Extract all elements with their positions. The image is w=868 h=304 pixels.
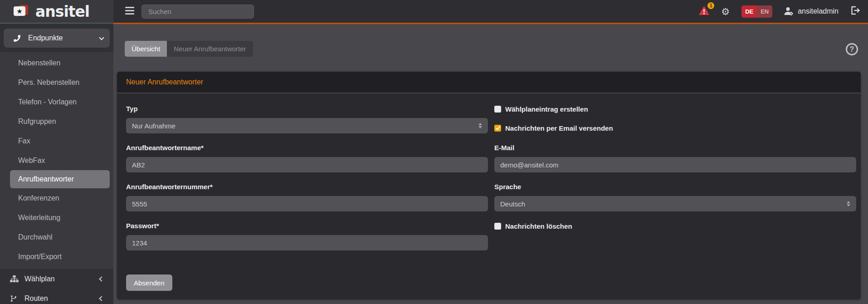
passwort-label: Passwort* [126, 221, 488, 230]
phone-icon [14, 35, 22, 42]
logout-icon [850, 6, 860, 15]
main-content: Übersicht Neuer Anrufbeantworter ? Neuer… [113, 24, 868, 304]
sidebar-item-fax[interactable]: Fax [0, 131, 113, 151]
logo-star-bubble: ★ [14, 6, 25, 16]
tab-bar: Übersicht Neuer Anrufbeantworter [125, 41, 253, 57]
sprache-label: Sprache [494, 182, 856, 191]
alert-count-badge: 1 [707, 2, 714, 9]
alerts-button[interactable]: 1 [699, 6, 709, 17]
form-panel: Neuer Anrufbeantworter Typ Nur Aufnahme … [117, 72, 861, 299]
sidebar-item-endpunkte[interactable]: Endpunkte [4, 29, 110, 48]
lang-de-button[interactable]: DE [741, 5, 757, 18]
sidebar-item-import-export[interactable]: Import/Export [0, 247, 113, 266]
form-left-column: Typ Nur Aufnahme Anrufbeantwortername* A… [126, 104, 488, 291]
tab-uebersicht[interactable]: Übersicht [125, 41, 167, 57]
sidebar-item-wahlplan[interactable]: Wählplan [4, 269, 110, 289]
email-versenden-label: Nachrichten per Email versenden [505, 124, 613, 132]
name-label: Anrufbeantwortername* [126, 143, 488, 152]
sprache-select-value: Deutsch [500, 200, 525, 208]
orange-accent-line [113, 23, 868, 24]
help-icon[interactable]: ? [846, 43, 858, 55]
chevron-left-icon [99, 276, 104, 281]
select-arrows-icon [478, 123, 482, 128]
nummer-label: Anrufbeantworternummer* [126, 182, 488, 191]
wahlplaneintrag-label: Wählplaneintrag erstellen [505, 105, 588, 113]
sitemap-icon [10, 275, 20, 282]
email-label: E-Mail [494, 143, 856, 152]
sidebar-item-konferenzen[interactable]: Konferenzen [0, 188, 113, 208]
form-body: Typ Nur Aufnahme Anrufbeantwortername* A… [117, 93, 861, 291]
panel-header: Neuer Anrufbeantworter [117, 72, 861, 93]
user-menu[interactable]: ansiteladmin [784, 7, 839, 16]
brand-name: ansitel [35, 3, 89, 20]
sidebar-nav: Endpunkte Nebenstellen Pers. Nebenstelle… [0, 23, 113, 304]
typ-select-value: Nur Aufnahme [132, 122, 176, 130]
chevron-left-icon [99, 296, 104, 301]
menu-toggle-icon[interactable] [125, 7, 135, 16]
sidebar-item-pers-nebenstellen[interactable]: Pers. Nebenstellen [0, 73, 113, 92]
sidebar-item-routen[interactable]: Routen [4, 289, 110, 304]
chevron-down-icon [99, 35, 104, 40]
logout-button[interactable] [850, 6, 860, 17]
branch-icon [10, 295, 20, 302]
panel-title: Neuer Anrufbeantworter [126, 78, 203, 86]
sidebar-item-label: Routen [24, 294, 100, 303]
absenden-button[interactable]: Absenden [126, 275, 172, 291]
lang-en-button[interactable]: EN [757, 5, 772, 18]
passwort-input[interactable] [126, 235, 488, 250]
search-input[interactable] [142, 5, 254, 18]
tab-neuer-anrufbeantworter[interactable]: Neuer Anrufbeantworter [167, 41, 253, 57]
typ-select[interactable]: Nur Aufnahme [126, 118, 488, 133]
email-input[interactable] [494, 157, 856, 172]
typ-label: Typ [126, 104, 488, 113]
brand-logo[interactable]: ★ ansitel [0, 0, 113, 23]
user-gear-icon [784, 7, 794, 16]
sprache-select[interactable]: Deutsch [494, 196, 856, 211]
email-versenden-checkbox[interactable] [494, 125, 501, 132]
language-toggle: DE EN [741, 5, 772, 18]
nachrichten-loeschen-checkbox[interactable] [494, 223, 501, 230]
sidebar-item-rufgruppen[interactable]: Rufgruppen [0, 112, 113, 131]
sidebar-item-anrufbeantworter[interactable]: Anrufbeantworter [10, 170, 110, 188]
sidebar-item-label: Wählplan [24, 275, 100, 283]
wahlplaneintrag-checkbox[interactable] [494, 106, 501, 113]
form-right-column: Wählplaneintrag erstellen Nachrichten pe… [494, 104, 856, 291]
sidebar-item-durchwahl[interactable]: Durchwahl [0, 227, 113, 247]
sidebar-item-label: Endpunkte [28, 34, 100, 42]
sidebar-item-weiterleitung[interactable]: Weiterleitung [0, 208, 113, 227]
ansitel-logo-icon: ★ [13, 3, 32, 20]
settings-gear-icon[interactable]: ⚙ [721, 7, 730, 16]
sidebar-item-webfax[interactable]: WebFax [0, 151, 113, 170]
sidebar-item-nebenstellen[interactable]: Nebenstellen [0, 53, 113, 73]
sidebar-item-telefon-vorlagen[interactable]: Telefon - Vorlagen [0, 92, 113, 112]
username-label: ansiteladmin [798, 7, 839, 15]
nummer-input[interactable] [126, 196, 488, 211]
nachrichten-loeschen-label: Nachrichten löschen [505, 222, 572, 230]
endpunkte-submenu: Nebenstellen Pers. Nebenstellen Telefon … [0, 52, 113, 269]
select-arrows-icon [847, 201, 850, 206]
name-input[interactable] [126, 157, 488, 172]
search-box [141, 5, 254, 19]
top-navbar: ★ ansitel 1 ⚙ DE EN [0, 0, 868, 23]
